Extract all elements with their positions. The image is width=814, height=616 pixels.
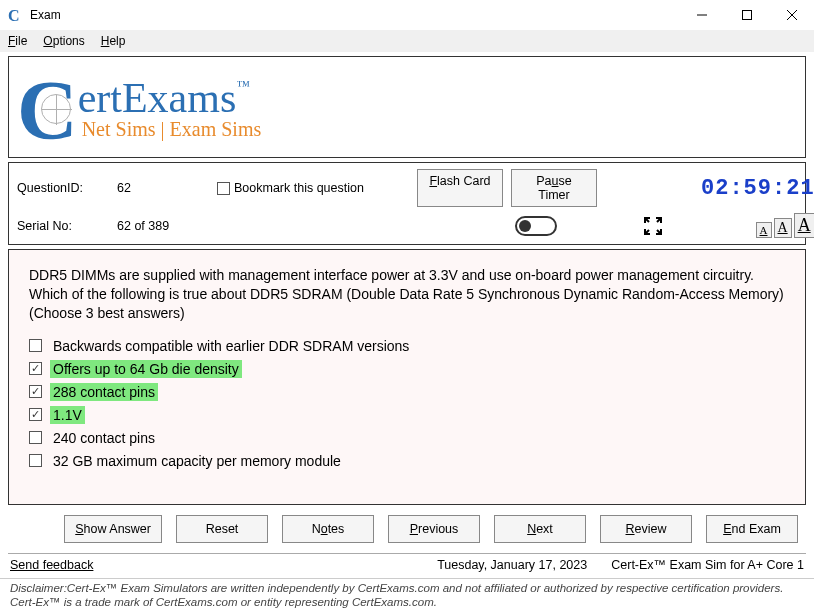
question-text: DDR5 DIMMs are supplied with management … [29, 266, 785, 323]
option-text: Backwards compatible with earlier DDR SD… [50, 337, 412, 355]
logo-letter-c: C [17, 82, 78, 141]
product-name: Cert-Ex™ Exam Sim for A+ Core 1 [611, 558, 804, 572]
option-row[interactable]: Offers up to 64 Gb die density [29, 360, 785, 378]
option-checkbox[interactable] [29, 408, 42, 421]
review-button[interactable]: Review [600, 515, 692, 543]
option-row[interactable]: 240 contact pins [29, 429, 785, 447]
bookmark-checkbox[interactable] [217, 182, 230, 195]
action-button-row: Show Answer Reset Notes Previous Next Re… [0, 511, 814, 547]
option-text: 288 contact pins [50, 383, 158, 401]
serial-value: 62 of 389 [117, 219, 217, 233]
send-feedback-link[interactable]: Send feedback [10, 558, 93, 572]
logo-subtitle: Net Sims | Exam Sims [82, 118, 262, 141]
option-row[interactable]: 32 GB maximum capacity per memory module [29, 452, 785, 470]
options-list: Backwards compatible with earlier DDR SD… [29, 337, 785, 470]
option-text: 32 GB maximum capacity per memory module [50, 452, 344, 470]
maximize-button[interactable] [724, 0, 769, 30]
pause-timer-button[interactable]: Pause Timer [511, 169, 597, 207]
menu-file[interactable]: File [8, 34, 27, 48]
status-date: Tuesday, January 17, 2023 [437, 558, 587, 572]
option-checkbox[interactable] [29, 431, 42, 444]
minimize-button[interactable] [679, 0, 724, 30]
font-size-large[interactable]: A [794, 213, 814, 238]
dark-mode-toggle[interactable] [515, 216, 557, 236]
option-checkbox[interactable] [29, 339, 42, 352]
window-controls [679, 0, 814, 30]
fullscreen-button[interactable] [605, 217, 701, 235]
notes-button[interactable]: Notes [282, 515, 374, 543]
option-row[interactable]: Backwards compatible with earlier DDR SD… [29, 337, 785, 355]
svg-rect-1 [742, 11, 751, 20]
flash-card-rest: lash Card [437, 174, 491, 188]
previous-button[interactable]: Previous [388, 515, 480, 543]
menu-help[interactable]: Help [101, 34, 126, 48]
window-title: Exam [30, 8, 61, 22]
app-icon: C [8, 7, 24, 23]
serial-label: Serial No: [17, 219, 117, 233]
show-answer-button[interactable]: Show Answer [64, 515, 162, 543]
question-id-label: QuestionID: [17, 181, 117, 195]
menu-bar: File Options Help [0, 30, 814, 52]
reset-button[interactable]: Reset [176, 515, 268, 543]
option-text: Offers up to 64 Gb die density [50, 360, 242, 378]
font-size-small[interactable]: A [756, 222, 772, 238]
option-checkbox[interactable] [29, 362, 42, 375]
question-panel: DDR5 DIMMs are supplied with management … [8, 249, 806, 505]
end-exam-button[interactable]: End Exam [706, 515, 798, 543]
menu-options[interactable]: Options [43, 34, 84, 48]
option-text: 1.1V [50, 406, 85, 424]
title-bar: C Exam [0, 0, 814, 30]
question-id-value: 62 [117, 181, 217, 195]
font-size-medium[interactable]: A [774, 218, 792, 238]
option-row[interactable]: 288 contact pins [29, 383, 785, 401]
status-bar: Send feedback Tuesday, January 17, 2023 … [8, 553, 806, 576]
option-text: 240 contact pins [50, 429, 158, 447]
flash-card-button[interactable]: Flash Card [417, 169, 503, 207]
disclaimer-text: Disclaimer:Cert-Ex™ Exam Simulators are … [0, 578, 814, 614]
bookmark-label: Bookmark this question [234, 181, 364, 195]
timer-display: 02:59:21 [701, 176, 814, 201]
next-button[interactable]: Next [494, 515, 586, 543]
logo-text: ertExams™ [78, 74, 262, 122]
close-button[interactable] [769, 0, 814, 30]
info-bar: QuestionID: 62 Bookmark this question Fl… [8, 162, 806, 245]
option-checkbox[interactable] [29, 454, 42, 467]
option-row[interactable]: 1.1V [29, 406, 785, 424]
logo-panel: C ertExams™ Net Sims | Exam Sims [8, 56, 806, 158]
option-checkbox[interactable] [29, 385, 42, 398]
